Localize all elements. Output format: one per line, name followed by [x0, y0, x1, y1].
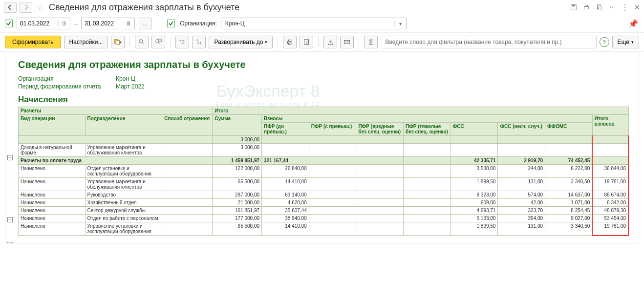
- table-cell: [356, 144, 404, 157]
- date-to-field[interactable]: 🗓: [81, 18, 135, 29]
- table-cell: [498, 136, 545, 144]
- help-icon[interactable]: ?: [600, 37, 609, 47]
- collapse-cols-button[interactable]: [192, 36, 206, 48]
- table-row: НачисленоХозяйственный отдел21 000,004 6…: [19, 199, 629, 207]
- pin-icon[interactable]: 📌: [628, 19, 638, 28]
- link-icon[interactable]: [608, 4, 615, 11]
- settings-button[interactable]: Настройки...: [64, 36, 108, 48]
- table-cell: 35 607,44: [262, 207, 309, 215]
- print-preview-button[interactable]: [300, 36, 313, 48]
- variant-button[interactable]: ▾: [111, 36, 125, 48]
- table-cell: [309, 191, 356, 199]
- table-cell: [356, 199, 404, 207]
- table-cell: 14 637,00: [545, 191, 593, 199]
- table-body: 3 000,00Доходы в натуральной формеУправл…: [19, 136, 629, 236]
- table-cell: Начислено: [19, 215, 86, 222]
- table-cell: [309, 165, 356, 178]
- table-cell: [404, 157, 451, 165]
- table-row: НачисленоУправление маркетинга и обслужи…: [19, 178, 629, 191]
- date-checkbox[interactable]: [5, 20, 13, 27]
- tree-collapse-node[interactable]: −: [7, 217, 13, 222]
- table-row: НачисленоУправление установки и эксплуат…: [19, 222, 629, 236]
- table-cell: 9 027,00: [545, 215, 593, 222]
- save-icon[interactable]: [570, 4, 577, 11]
- expand-one-button[interactable]: [151, 36, 165, 48]
- table-cell: [356, 178, 404, 191]
- table-cell: 3 000,00: [213, 144, 262, 157]
- table-cell: 8 254,45: [545, 207, 593, 215]
- star-icon[interactable]: ☆: [37, 3, 44, 12]
- svg-rect-3: [585, 5, 587, 7]
- print-button[interactable]: [283, 36, 297, 48]
- generate-button[interactable]: Сформировать: [5, 36, 61, 48]
- table-cell: [309, 207, 356, 215]
- table-cell: [592, 136, 628, 144]
- table-cell: [309, 157, 356, 165]
- table-cell: [309, 215, 356, 222]
- table-cell: 1 071,00: [545, 199, 593, 207]
- tree-collapse-node[interactable]: −: [7, 155, 13, 160]
- svg-rect-2: [584, 6, 589, 9]
- table-cell: [162, 215, 213, 222]
- table-cell: [592, 157, 628, 165]
- table-cell: [162, 207, 213, 215]
- table-cell: 287 000,00: [213, 191, 262, 199]
- table-row: НачисленоОтдел по работе с персоналом177…: [19, 215, 629, 222]
- print-icon[interactable]: [583, 4, 590, 11]
- more-button[interactable]: Еще ▾: [612, 36, 639, 48]
- table-cell: 5 133,00: [451, 215, 498, 222]
- svg-rect-10: [159, 39, 161, 42]
- table-cell: 14 410,00: [262, 178, 309, 191]
- table-cell: Доходы в натуральной форме: [19, 144, 86, 157]
- table-cell: 323,70: [498, 207, 545, 215]
- table-cell: 4 693,71: [451, 207, 498, 215]
- more-menu-icon[interactable]: ⋮: [621, 3, 628, 12]
- date-from-field[interactable]: 🗓: [17, 18, 70, 29]
- chevron-down-icon[interactable]: ▾: [394, 21, 406, 26]
- sum-button[interactable]: Σ: [364, 36, 378, 48]
- table-header: Расчеты Итого Вид операции Подразделение…: [19, 107, 629, 136]
- org-label: Организация:: [180, 20, 217, 27]
- title-bar: ☆ Сведения для отражения зарплаты в буху…: [0, 0, 644, 15]
- expand-to-button[interactable]: Разворачивать до ▾: [209, 36, 273, 48]
- table-cell: [404, 144, 451, 157]
- close-icon[interactable]: ✕: [634, 3, 640, 11]
- collapse-rows-button[interactable]: [175, 36, 189, 48]
- table-cell: 19 781,00: [592, 222, 628, 236]
- table-cell: [262, 136, 309, 144]
- svg-rect-14: [289, 40, 291, 42]
- save-file-button[interactable]: [323, 36, 337, 48]
- table-cell: 65 500,00: [213, 222, 262, 236]
- nav-forward-button[interactable]: [20, 2, 32, 13]
- table-cell: [356, 222, 404, 236]
- calendar-icon[interactable]: 🗓: [58, 21, 70, 26]
- table-cell: [162, 144, 213, 157]
- nav-back-button[interactable]: [4, 2, 17, 13]
- table-cell: 3 340,50: [545, 222, 593, 236]
- table-cell: 26 840,00: [262, 165, 309, 178]
- table-cell: [451, 144, 498, 157]
- horizontal-scrollbar[interactable]: [10, 243, 634, 250]
- table-cell: 63 140,00: [262, 191, 309, 199]
- calendar-icon[interactable]: 🗓: [123, 21, 134, 26]
- filter-input[interactable]: [381, 36, 596, 48]
- table-cell: Начислено: [19, 207, 86, 215]
- table-cell: [404, 199, 451, 207]
- date-from-input[interactable]: [17, 20, 58, 27]
- table-cell: 14 410,00: [262, 222, 309, 236]
- table-cell: [162, 165, 213, 178]
- table-cell: 122 000,00: [213, 165, 262, 178]
- report-section-title: Начисления: [18, 95, 639, 105]
- copy-icon[interactable]: [596, 4, 602, 11]
- date-to-input[interactable]: [82, 20, 123, 27]
- table-cell: Управление маркетинга и обслуживания кли…: [85, 144, 162, 157]
- org-checkbox[interactable]: [167, 20, 175, 27]
- email-button[interactable]: [340, 36, 354, 48]
- period-select-button[interactable]: ...: [139, 18, 151, 29]
- table-cell: [309, 178, 356, 191]
- org-select[interactable]: Крон-Ц ▾: [221, 18, 407, 29]
- svg-rect-1: [572, 5, 575, 7]
- table-cell: [356, 207, 404, 215]
- table-cell: 65 500,00: [213, 178, 262, 191]
- find-button[interactable]: [135, 36, 149, 48]
